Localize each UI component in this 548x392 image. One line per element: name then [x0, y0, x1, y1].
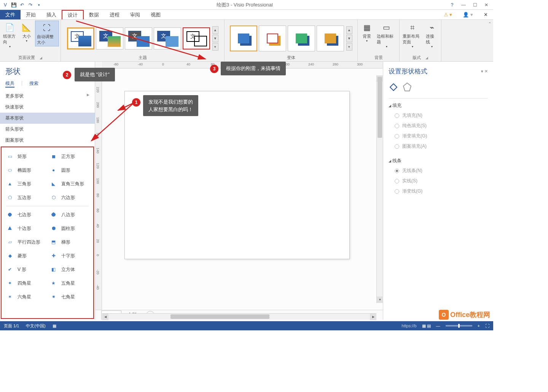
line-option[interactable]: 实线(S) — [389, 176, 488, 186]
language-status[interactable]: 中文(中国) — [26, 323, 45, 329]
themes-scroll-down-icon[interactable]: ▼ — [212, 35, 218, 42]
shape-item[interactable]: ⬒梯形 — [48, 235, 91, 249]
shape-item[interactable]: ◆菱形 — [4, 249, 48, 263]
scroll-left-icon[interactable]: ◀ — [102, 314, 108, 320]
zoom-slider[interactable] — [446, 325, 472, 327]
variant-thumb-1[interactable] — [230, 25, 257, 51]
warning-icon[interactable]: ⚠ ▾ — [438, 10, 458, 19]
shape-item[interactable]: ▲三角形 — [4, 177, 48, 191]
zoom-level[interactable]: ⛶ — [485, 323, 489, 328]
undo-icon[interactable]: ↶ — [18, 1, 26, 9]
basic-shapes-item[interactable]: 基本形状 — [0, 113, 95, 124]
close-icon[interactable]: ✕ — [481, 1, 492, 9]
arrow-shapes-item[interactable]: 箭头形状 — [0, 124, 95, 135]
shape-item[interactable]: ✚十字形 — [48, 249, 91, 263]
shape-item[interactable]: ⯅十边形 — [4, 221, 48, 235]
tab-file[interactable]: 文件 — [0, 10, 21, 19]
background-button[interactable]: ▦背景▾ — [359, 21, 374, 43]
shape-item[interactable]: ✷七角星 — [48, 290, 91, 304]
size-button[interactable]: 📐大小▾ — [19, 21, 34, 43]
variants-scroll-down-icon[interactable]: ▼ — [346, 35, 352, 42]
fill-section-header[interactable]: 填充 — [389, 101, 488, 110]
tab-data[interactable]: 数据 — [84, 10, 104, 19]
account-icon[interactable]: 👤 ▾ — [457, 10, 478, 19]
shape-item[interactable]: ●圆形 — [48, 163, 91, 177]
help-icon[interactable]: ? — [447, 1, 457, 9]
layout-launcher-icon[interactable]: ◢ — [425, 56, 428, 60]
minimize-icon[interactable]: — — [458, 1, 469, 9]
tab-insert[interactable]: 插入 — [41, 10, 62, 19]
border-title-button[interactable]: ▭边框和标题▾ — [375, 21, 398, 49]
shape-item[interactable]: ✔V 形 — [4, 263, 48, 276]
tab-process[interactable]: 进程 — [104, 10, 125, 19]
themes-scroll-up-icon[interactable]: ▲ — [212, 26, 218, 34]
qat-dropdown-icon[interactable]: ▾ — [35, 1, 43, 9]
orientation-button[interactable]: 📄纸张方向▾ — [2, 21, 18, 49]
variant-thumb-2[interactable] — [259, 25, 286, 51]
theme-thumb-2[interactable]: 文 — [96, 27, 123, 49]
scroll-right-icon[interactable]: ▶ — [370, 314, 376, 320]
redo-icon[interactable]: ↷ — [27, 1, 34, 9]
scroll-down-icon[interactable]: ▼ — [377, 296, 383, 303]
theme-thumb-3[interactable]: 文 — [125, 27, 152, 49]
shape-item[interactable]: ◣直角三角形 — [48, 177, 91, 191]
variants-more-icon[interactable]: ▾ — [346, 43, 352, 51]
zoom-in-icon[interactable]: + — [478, 323, 480, 328]
tab-view[interactable]: 视图 — [145, 10, 166, 19]
scroll-thumb-h[interactable] — [170, 314, 269, 319]
line-section-header[interactable]: 线条 — [389, 156, 488, 166]
search-tab[interactable]: 搜索 — [29, 80, 38, 88]
more-shapes-item[interactable]: 更多形状▶ — [0, 91, 95, 102]
stencil-tab[interactable]: 模具 — [5, 80, 14, 88]
view-icons[interactable]: ▦ ▤ — [422, 323, 431, 328]
save-icon[interactable]: 💾 — [10, 1, 18, 9]
quick-shapes-item[interactable]: 快速形状 — [0, 102, 95, 113]
fill-option[interactable]: 纯色填充(S) — [389, 121, 488, 131]
shape-item[interactable]: ⯄八边形 — [48, 208, 91, 221]
effects-tab-icon[interactable] — [402, 82, 412, 93]
horizontal-scrollbar[interactable]: ◀ ▶ — [102, 313, 376, 320]
shape-item[interactable]: ⯃七边形 — [4, 208, 48, 221]
tab-review[interactable]: 审阅 — [125, 10, 145, 19]
shape-item[interactable]: ▱平行四边形 — [4, 235, 48, 249]
visio-icon[interactable]: V — [2, 1, 9, 9]
variant-thumb-4[interactable] — [317, 25, 344, 51]
fill-line-tab-icon[interactable] — [389, 82, 398, 93]
shape-item[interactable]: ⬭椭圆形 — [4, 163, 48, 177]
line-option[interactable]: 渐变线(G) — [389, 186, 488, 196]
shape-item[interactable]: ◼正方形 — [48, 150, 91, 163]
vertical-scrollbar[interactable]: ▲ ▼ — [376, 75, 383, 303]
shape-item[interactable]: ◧立方体 — [48, 263, 91, 276]
collapse-ribbon-icon[interactable]: ⌃ — [488, 21, 492, 27]
themes-more-icon[interactable]: ▾ — [212, 43, 218, 51]
connectors-button[interactable]: ⌁连接线▾ — [424, 21, 440, 49]
scroll-thumb-v[interactable] — [378, 77, 382, 138]
fill-option[interactable]: 渐变填充(G) — [389, 131, 488, 141]
shape-item[interactable]: ⬡六边形 — [48, 191, 91, 204]
maximize-icon[interactable]: ☐ — [470, 1, 480, 9]
close-doc-icon[interactable]: ✕ — [478, 10, 493, 19]
pattern-shapes-item[interactable]: 图案形状 — [0, 135, 95, 146]
shape-item[interactable]: ✦四角星 — [4, 276, 48, 290]
shape-item[interactable]: ⬢圆柱形 — [48, 221, 91, 235]
variants-scroll-up-icon[interactable]: ▲ — [346, 26, 352, 34]
fill-option[interactable]: 无填充(N) — [389, 110, 488, 121]
line-option[interactable]: 无线条(N) — [389, 166, 488, 176]
pane-menu-icon[interactable]: ▾ ✕ — [481, 69, 488, 74]
zoom-out-icon[interactable]: — — [436, 323, 440, 328]
fill-option[interactable]: 图案填充(A) — [389, 141, 488, 151]
autofit-button[interactable]: ⛶自动调整大小 — [35, 21, 59, 46]
tab-design[interactable]: 设计 — [62, 10, 84, 19]
shape-item[interactable]: ⬠五边形 — [4, 191, 48, 204]
tab-start[interactable]: 开始 — [21, 10, 41, 19]
relayout-button[interactable]: ⌗重新布局页面▾ — [401, 21, 424, 49]
macro-icon[interactable]: ▦ — [53, 323, 56, 328]
theme-thumb-5[interactable]: 文 — [183, 27, 210, 49]
variant-thumb-3[interactable] — [288, 25, 315, 51]
theme-thumb-4[interactable]: 文 — [154, 27, 181, 49]
shape-item[interactable]: ✶六角星 — [4, 290, 48, 304]
theme-thumb-1[interactable]: 文 — [67, 27, 94, 49]
drawing-page[interactable] — [125, 91, 349, 259]
shape-item[interactable]: ▭矩形 — [4, 150, 48, 163]
dialog-launcher-icon[interactable]: ◢ — [40, 56, 42, 60]
